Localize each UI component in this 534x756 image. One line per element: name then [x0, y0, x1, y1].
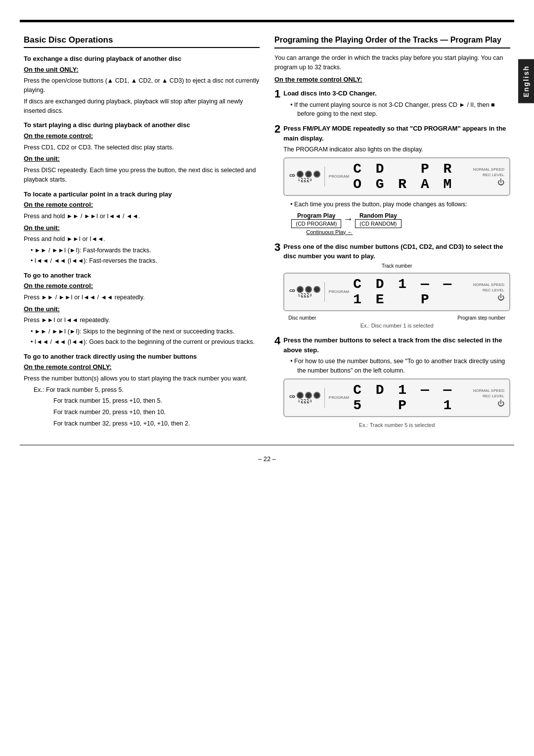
section3-unit-label: On the unit:: [24, 224, 60, 232]
section3-title: To locate a particular point in a track …: [24, 189, 260, 199]
display-separator-1: [324, 167, 325, 187]
program-indicator-2: PROGRAM: [329, 289, 349, 294]
step-4: 4 Press the number buttons to select a t…: [274, 335, 510, 431]
step-4-ex: Ex.: Track number 5 is selected: [283, 421, 510, 429]
section2-remote-label: On the remote control:: [24, 132, 93, 140]
step-1: 1 Load discs into 3-CD Changer. • If the…: [274, 89, 510, 120]
continuous-label: Continuous Play ←: [306, 229, 510, 235]
step-4-content: Press the number buttons to select a tra…: [283, 335, 510, 431]
track-number-label: Track number: [283, 263, 510, 269]
disc-step-labels: Disc number Program step number: [283, 315, 510, 321]
section5-para: Press the number button(s) allows you to…: [24, 374, 260, 383]
display-main-3: C D 1 — — 5 P 1: [353, 382, 469, 413]
flow-item-1: Program Play (CD PROGRAM): [291, 212, 341, 228]
section2-title: To start playing a disc during playback …: [24, 120, 260, 130]
section5-ex2: For track number 15, press +10, then 5.: [53, 396, 260, 406]
display-main-2: C D 1 — — 1 E P: [353, 277, 469, 307]
display-box-1: CD 12̲2̲2̲3: [283, 157, 510, 196]
section2-remote-para: Press CD1, CD2 or CD3. The selected disc…: [24, 143, 260, 152]
right-intro1: You can arrange the order in which the t…: [274, 53, 510, 72]
power-icon-1: ⏻: [497, 178, 504, 186]
normal-speed-label-2: NORMAL SPEED: [473, 283, 504, 287]
rec-level-label-1: REC LEVEL: [483, 173, 504, 177]
section-number-buttons: To go to another track directly using th…: [24, 352, 260, 428]
page-number: – 22 –: [0, 455, 534, 463]
flow-item-2: Random Play (CD RANDOM): [355, 212, 401, 228]
right-column: Programing the Playing Order of the Trac…: [274, 35, 510, 435]
section4-unit-label: On the unit:: [24, 305, 60, 313]
cd-row-3: CD: [289, 392, 320, 399]
cd-disc-6: [313, 286, 320, 293]
section2-unit-para: Press DISC repeatedly. Each time you pre…: [24, 166, 260, 185]
right-heading: Programing the Playing Order of the Trac…: [274, 35, 510, 48]
display-text-2: C D 1 — — 1 E P: [353, 277, 469, 307]
step-3-bold: Press one of the disc number buttons (CD…: [283, 242, 510, 261]
step-4-number: 4: [274, 335, 280, 346]
page-container: English Basic Disc Operations To exchang…: [0, 0, 534, 756]
cd-disc-8: [305, 392, 312, 399]
disc-number-label: Disc number: [288, 315, 316, 321]
step-3-number: 3: [274, 242, 280, 253]
section5-title: To go to another track directly using th…: [24, 352, 260, 362]
cd-numbers-2: 12̲2̲2̲3: [298, 293, 312, 297]
section-locate-point: To locate a particular point in a track …: [24, 189, 260, 266]
right-remote-only-label: On the remote control ONLY:: [274, 76, 362, 83]
display-text-1: C D P R O G R A M: [353, 161, 469, 192]
cd-label-2: CD: [289, 288, 295, 293]
step-4-bold: Press the number buttons to select a tra…: [283, 335, 510, 355]
flow-box-2: (CD RANDOM): [355, 219, 401, 228]
cd-disc-5: [305, 286, 312, 293]
section2-unit-label: On the unit:: [24, 155, 60, 162]
step-2-para: The PROGRAM indicator also lights on the…: [283, 145, 510, 154]
display-separator-3: [324, 388, 325, 408]
section4-remote-para: Press ►► / ►►I or I◄◄ / ◄◄ repeatedly.: [24, 293, 260, 302]
right-indicators-2: NORMAL SPEED REC LEVEL ⏻: [473, 283, 504, 301]
power-icon-2: ⏻: [497, 293, 504, 301]
section5-ex1: Ex.: For track number 5, press 5.: [34, 385, 260, 395]
step-4-para: • For how to use the number buttons, see…: [290, 357, 510, 376]
cd-row-2: CD: [289, 286, 320, 293]
step-1-content: Load discs into 3-CD Changer. • If the c…: [283, 89, 510, 120]
section-exchange-disc: To exchange a disc during playback of an…: [24, 54, 260, 115]
section4-title: To go to another track: [24, 271, 260, 281]
left-column: Basic Disc Operations To exchange a disc…: [24, 35, 260, 435]
right-indicators-3: NORMAL SPEED REC LEVEL ⏻: [473, 388, 504, 407]
display-box-3: CD 12̲2̲2̲3 PROGRAM C D: [283, 378, 510, 417]
program-indicator-1: PROGRAM: [329, 174, 349, 179]
step-2: 2 Press FM/PLAY MODE repeatedly so that …: [274, 124, 510, 238]
left-heading: Basic Disc Operations: [24, 35, 260, 48]
step-2-number: 2: [274, 124, 280, 135]
section4-unit-para: Press ►►I or I◄◄ repeatedly.: [24, 316, 260, 325]
section-start-playing: To start playing a disc during playback …: [24, 120, 260, 184]
main-content: Basic Disc Operations To exchange a disc…: [0, 25, 534, 435]
flow-row: Program Play (CD PROGRAM) → Random Play …: [291, 212, 510, 228]
section5-ex4: For track number 32, press +10, +10, +10…: [53, 419, 260, 428]
cd-numbers-3: 12̲2̲2̲3: [298, 399, 312, 403]
cd-numbers-1: 12̲2̲2̲3: [298, 178, 312, 182]
flow-box-1: (CD PROGRAM): [291, 219, 341, 228]
section3-remote-label: On the remote control:: [24, 201, 93, 208]
cd-label-1: CD: [289, 173, 295, 178]
section3-bullet1: • ►► / ►►I (►I): Fast-forwards the track…: [31, 246, 260, 255]
cd-disc-4: [297, 286, 304, 293]
section1-unit-label: On the unit ONLY:: [24, 66, 79, 73]
program-indicator-3: PROGRAM: [329, 395, 349, 400]
step-3-content: Press one of the disc number buttons (CD…: [283, 242, 510, 332]
section4-remote-label: On the remote control:: [24, 282, 93, 289]
cd-disc-7: [297, 392, 304, 399]
cd-label-3: CD: [289, 394, 295, 399]
section3-bullet2: • I◄◄ / ◄◄ (I◄◄): Fast-reverses the trac…: [31, 256, 260, 266]
flow-label-1: Program Play: [297, 212, 335, 219]
cd-disc-9: [313, 392, 320, 399]
section4-bullet2: • I◄◄ / ◄◄ (I◄◄): Goes back to the begin…: [31, 337, 260, 347]
step-3: 3 Press one of the disc number buttons (…: [274, 242, 510, 332]
section-another-track: To go to another track On the remote con…: [24, 271, 260, 347]
section1-para1: Press the open/close buttons (▲ CD1, ▲ C…: [24, 76, 260, 95]
cd-disc-1: [297, 171, 304, 178]
display-box-2: CD 12̲2̲2̲3 PROGRAM C D: [283, 273, 510, 311]
rec-level-label-3: REC LEVEL: [483, 394, 504, 398]
section3-remote-para: Press and hold ►► / ►►I or I◄◄ / ◄◄.: [24, 212, 260, 221]
section1-para2: If discs are exchanged during playback, …: [24, 97, 260, 116]
display-separator-2: [324, 282, 325, 302]
cd-circles-1: CD 12̲2̲2̲3: [289, 171, 320, 182]
